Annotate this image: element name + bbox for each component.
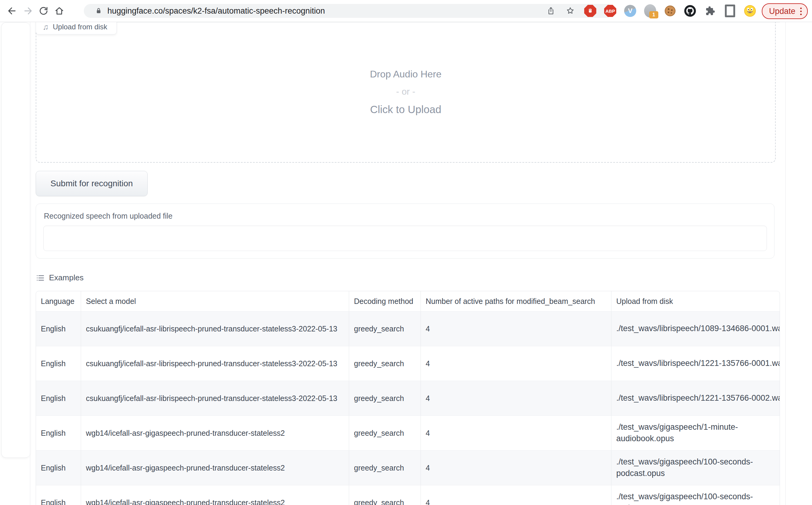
v-extension-icon[interactable]: V xyxy=(624,5,637,17)
cell-upload-from-disk: ./test_wavs/librispeech/1089-134686-0001… xyxy=(612,312,780,346)
header-language: Language xyxy=(36,291,81,311)
header-decoding-method: Decoding method xyxy=(349,291,421,311)
header-num-active-paths: Number of active paths for modified_beam… xyxy=(421,291,612,311)
bookmark-star-button[interactable] xyxy=(564,4,577,18)
cell-num-active-paths: 4 xyxy=(421,381,612,415)
cell-num-active-paths: 4 xyxy=(421,485,612,505)
cell-decoding-method: greedy_search xyxy=(349,381,421,415)
cell-decoding-method: greedy_search xyxy=(349,416,421,450)
cookie-extension-icon[interactable] xyxy=(664,5,676,17)
cell-language: English xyxy=(36,416,81,450)
example-table-row[interactable]: English wgb14/icefall-asr-gigaspeech-pru… xyxy=(36,450,780,485)
stop-hand-icon xyxy=(584,5,596,17)
cell-num-active-paths: 4 xyxy=(421,451,612,485)
v-badge-icon: V xyxy=(624,5,636,17)
notification-badge: 1 xyxy=(649,11,658,18)
forward-icon xyxy=(23,6,33,16)
extensions-row: ABP V 1 xyxy=(584,0,756,22)
update-label: Update xyxy=(769,7,795,16)
cell-model: wgb14/icefall-asr-gigaspeech-pruned-tran… xyxy=(81,451,349,485)
url-bar[interactable]: huggingface.co/spaces/k2-fsa/automatic-s… xyxy=(84,4,613,18)
extensions-puzzle-button[interactable] xyxy=(704,5,716,17)
abp-octagon-icon: ABP xyxy=(604,5,616,17)
star-icon xyxy=(566,6,575,15)
sidebar-extension-icon[interactable] xyxy=(724,5,736,17)
cell-model: wgb14/icefall-asr-gigaspeech-pruned-tran… xyxy=(81,485,349,505)
header-upload-from-disk: Upload from disk xyxy=(612,291,780,311)
reload-button[interactable] xyxy=(36,3,51,19)
browser-menu-icon[interactable] xyxy=(798,8,804,15)
table-header-row: Language Select a model Decoding method … xyxy=(36,291,780,311)
dropzone-line2: - or - xyxy=(396,87,415,97)
dropzone-line1: Drop Audio Here xyxy=(370,69,442,80)
example-table-row[interactable]: English wgb14/icefall-asr-gigaspeech-pru… xyxy=(36,485,780,505)
audio-dropzone[interactable]: Drop Audio Here - or - Click to Upload xyxy=(36,22,776,163)
cell-num-active-paths: 4 xyxy=(421,346,612,381)
list-icon xyxy=(36,273,45,283)
forward-button[interactable] xyxy=(20,3,36,19)
update-button[interactable]: Update xyxy=(762,3,808,19)
right-divider xyxy=(785,22,786,505)
cell-upload-from-disk: ./test_wavs/librispeech/1221-135766-0001… xyxy=(612,346,780,381)
examples-label: Examples xyxy=(49,273,84,283)
tab-label: Upload from disk xyxy=(53,23,107,31)
github-octocat-icon xyxy=(684,5,696,17)
cell-model: csukuangfj/icefall-asr-librispeech-prune… xyxy=(81,381,349,415)
cell-model: csukuangfj/icefall-asr-librispeech-prune… xyxy=(81,312,349,346)
share-button[interactable] xyxy=(544,4,558,18)
smiley-extension-icon[interactable] xyxy=(743,5,756,17)
share-icon xyxy=(546,6,555,15)
home-icon xyxy=(54,6,64,16)
url-text: huggingface.co/spaces/k2-fsa/automatic-s… xyxy=(107,6,544,16)
window-rect-icon xyxy=(725,5,735,17)
puzzle-icon xyxy=(704,5,716,17)
example-table-row[interactable]: English csukuangfj/icefall-asr-librispee… xyxy=(36,346,780,381)
back-icon xyxy=(7,6,17,16)
examples-header: Examples xyxy=(36,273,84,283)
lock-icon xyxy=(95,7,103,15)
cell-decoding-method: greedy_search xyxy=(349,312,421,346)
cell-upload-from-disk: ./test_wavs/gigaspeech/1-minute-audioboo… xyxy=(612,416,780,450)
cell-language: English xyxy=(36,485,81,505)
examples-table: Language Select a model Decoding method … xyxy=(36,291,780,505)
home-button[interactable] xyxy=(51,3,67,19)
profile-extension-icon[interactable]: 1 xyxy=(644,5,657,17)
music-notes-icon: ♫ xyxy=(43,23,49,31)
left-page-card xyxy=(1,22,30,458)
cell-language: English xyxy=(36,312,81,346)
cell-upload-from-disk: ./test_wavs/gigaspeech/100-seconds-podca… xyxy=(612,451,780,485)
example-table-row[interactable]: English csukuangfj/icefall-asr-librispee… xyxy=(36,311,780,346)
submit-for-recognition-button[interactable]: Submit for recognition xyxy=(36,171,148,196)
adblock-extension-icon[interactable] xyxy=(584,5,596,17)
smiley-icon xyxy=(743,4,756,18)
cell-upload-from-disk: ./test_wavs/librispeech/1221-135766-0002… xyxy=(612,381,780,415)
example-table-row[interactable]: English csukuangfj/icefall-asr-librispee… xyxy=(36,381,780,415)
dropzone-line3: Click to Upload xyxy=(370,104,441,116)
cell-num-active-paths: 4 xyxy=(421,416,612,450)
output-label: Recognized speech from uploaded file xyxy=(44,212,172,220)
cell-language: English xyxy=(36,451,81,485)
abp-extension-icon[interactable]: ABP xyxy=(604,5,617,17)
cell-language: English xyxy=(36,346,81,381)
cell-decoding-method: greedy_search xyxy=(349,485,421,505)
recognized-speech-textbox[interactable] xyxy=(43,225,767,251)
cell-decoding-method: greedy_search xyxy=(349,346,421,381)
output-panel: Recognized speech from uploaded file xyxy=(36,203,775,259)
back-button[interactable] xyxy=(4,3,20,19)
cell-upload-from-disk: ./test_wavs/gigaspeech/100-seconds-podca… xyxy=(612,485,780,505)
github-extension-icon[interactable] xyxy=(684,5,696,17)
left-divider xyxy=(30,22,30,505)
header-select-a-model: Select a model xyxy=(81,291,349,311)
cookie-icon xyxy=(664,5,676,17)
browser-toolbar: huggingface.co/spaces/k2-fsa/automatic-s… xyxy=(0,0,812,22)
cell-model: wgb14/icefall-asr-gigaspeech-pruned-tran… xyxy=(81,416,349,450)
example-table-row[interactable]: English wgb14/icefall-asr-gigaspeech-pru… xyxy=(36,415,780,450)
cell-language: English xyxy=(36,381,81,415)
reload-icon xyxy=(38,6,49,16)
cell-model: csukuangfj/icefall-asr-librispeech-prune… xyxy=(81,346,349,381)
cell-num-active-paths: 4 xyxy=(421,312,612,346)
cell-decoding-method: greedy_search xyxy=(349,451,421,485)
